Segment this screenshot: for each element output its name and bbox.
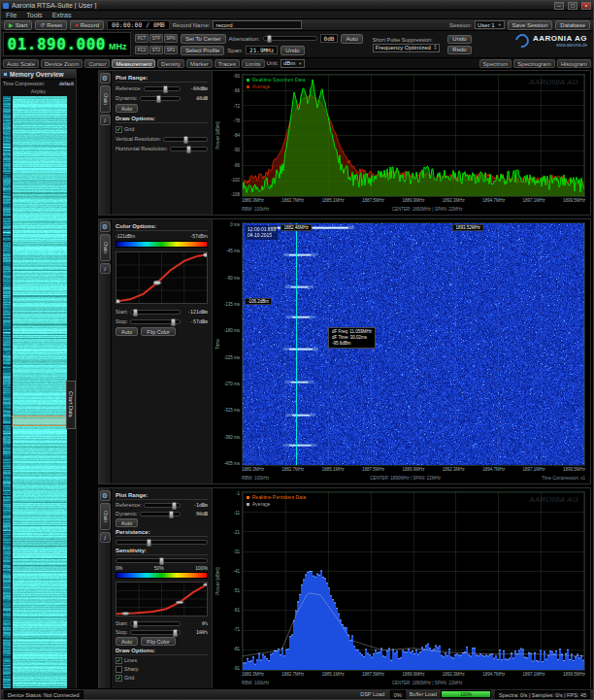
sharp-checkbox[interactable] — [116, 666, 122, 673]
slider-thumb[interactable] — [267, 35, 272, 43]
record-name-input[interactable] — [213, 20, 302, 29]
slider-thumb[interactable] — [163, 85, 168, 93]
attenuation-slider[interactable] — [263, 36, 317, 41]
quick-button-fct[interactable]: FCT — [135, 34, 148, 43]
reference-slider[interactable] — [144, 503, 181, 508]
database-button[interactable]: Database — [555, 20, 590, 30]
redo-button[interactable]: Redo — [447, 46, 471, 54]
tab-device-zoom[interactable]: Device Zoom — [41, 59, 82, 68]
note-icon[interactable]: ♪ — [100, 115, 111, 125]
marker1-label[interactable]: 1882.46MHz — [281, 224, 313, 231]
note-icon[interactable]: ♪ — [100, 263, 111, 274]
marker2-label[interactable]: 1893.52MHz — [453, 224, 484, 231]
slider-thumb[interactable] — [183, 136, 188, 144]
minimize-button[interactable]: – — [554, 2, 564, 10]
start-slider[interactable] — [130, 310, 181, 315]
memory-waterfall-strip[interactable] — [13, 96, 67, 688]
quick-button-spn[interactable]: SPN — [164, 34, 178, 43]
grid-checkbox[interactable]: ✓ — [116, 126, 122, 133]
quick-button-stf[interactable]: STF — [149, 34, 163, 43]
slider-thumb[interactable] — [172, 502, 177, 510]
auto-button[interactable]: Auto — [116, 637, 138, 646]
time-compression-value[interactable]: default — [59, 81, 74, 86]
spinner-icons[interactable]: ▲▼ — [434, 45, 437, 50]
persistence-slider[interactable] — [116, 540, 208, 545]
unit-select[interactable]: dBm▼ — [280, 59, 305, 68]
spin-down-icon[interactable]: ▼ — [434, 48, 437, 50]
slider-thumb[interactable] — [186, 146, 191, 153]
view-tab-histogram[interactable]: Histogram — [557, 59, 591, 68]
flip-color-button[interactable]: Flip Color — [141, 327, 176, 336]
flip-color-button[interactable]: Flip Color — [141, 637, 176, 646]
maximize-button[interactable]: □ — [568, 2, 578, 10]
view-tab-spectrum[interactable]: Spectrum — [479, 59, 512, 68]
undo-button[interactable]: Undo — [280, 46, 304, 55]
color-curve-editor[interactable] — [116, 251, 208, 304]
gear-icon[interactable]: ⚙ — [100, 490, 111, 501]
airplay-label[interactable]: Airplay — [31, 88, 46, 94]
slider-thumb[interactable] — [133, 309, 138, 317]
spectrum-plot[interactable]: Realtime Spectrum DataAverage AARONIA AG — [242, 74, 585, 197]
tab-auto-scale[interactable]: Auto Scale — [3, 59, 39, 68]
gear-icon[interactable]: ⚙ — [100, 73, 111, 83]
vertical-resolution-slider[interactable] — [163, 137, 208, 142]
start-slider[interactable] — [130, 621, 181, 626]
frequency-display[interactable]: 01.890.000 MHz — [3, 32, 131, 56]
color-gradient-bar[interactable] — [116, 241, 208, 248]
start-button[interactable]: ▶Start — [4, 20, 32, 30]
chain-button[interactable]: Chain — [100, 503, 111, 530]
dynamic-slider[interactable] — [140, 512, 181, 517]
horizontal-resolution-slider[interactable] — [170, 147, 208, 151]
menu-file[interactable]: File — [6, 12, 16, 18]
spectrogram-plot[interactable]: 12:00:01.693 04.10.2015 1882.46MHz 1893.… — [242, 222, 585, 466]
record-button[interactable]: ●Record — [70, 20, 104, 30]
set-to-center-button[interactable]: Set To Center — [181, 34, 226, 44]
tab-marker[interactable]: Marker — [186, 59, 213, 68]
spectrogram-canvas[interactable] — [243, 223, 584, 465]
view-tab-spectrogram[interactable]: Spectrogram — [513, 59, 554, 68]
slider-thumb[interactable] — [169, 511, 174, 518]
select-profile-button[interactable]: Select Profile — [181, 46, 224, 55]
histogram-canvas[interactable] — [243, 492, 584, 670]
sps-select[interactable]: Frequency Optimized ▲▼ — [373, 44, 441, 52]
slider-thumb[interactable] — [147, 539, 151, 547]
tab-traces[interactable]: Traces — [214, 59, 240, 68]
slider-thumb[interactable] — [156, 95, 161, 103]
reference-slider[interactable] — [144, 86, 181, 91]
save-session-button[interactable]: Save Session — [508, 20, 553, 30]
memory-waterfall-minimap[interactable] — [3, 96, 11, 688]
quick-button-sp2[interactable]: SP2 — [164, 46, 178, 54]
memory-waterfall[interactable]: Chart Data — [3, 96, 76, 688]
quick-button-fc2[interactable]: FC2 — [135, 46, 148, 54]
tab-density[interactable]: Density — [157, 59, 184, 68]
chain-button[interactable]: Chain — [100, 234, 111, 261]
lines-checkbox[interactable]: ✓ — [116, 657, 122, 664]
session-select[interactable]: User 1▼ — [475, 20, 505, 29]
undo-button-2[interactable]: Undo — [447, 35, 471, 44]
slider-thumb[interactable] — [171, 318, 176, 326]
color-gradient-bar[interactable] — [116, 572, 208, 579]
tab-cursor[interactable]: Cursor — [84, 59, 110, 68]
chain-button[interactable]: Chain — [100, 85, 111, 113]
close-button[interactable]: × — [581, 2, 591, 10]
sensitivity-slider[interactable] — [116, 558, 208, 563]
note-icon[interactable]: ♪ — [100, 532, 111, 543]
auto-button[interactable]: Auto — [116, 327, 138, 336]
histogram-plot[interactable]: Realtime Persistent DataAverage AARONIA … — [242, 491, 585, 671]
menu-tools[interactable]: Tools — [26, 12, 42, 18]
slider-thumb[interactable] — [133, 620, 138, 628]
chart-data-tab[interactable]: Chart Data — [66, 381, 76, 429]
menu-extras[interactable]: Extras — [52, 12, 72, 18]
waterfall-selection-band[interactable] — [12, 416, 68, 426]
auto-button[interactable]: Auto — [116, 518, 138, 527]
stop-slider[interactable] — [130, 630, 181, 635]
grid-checkbox[interactable]: ✓ — [116, 675, 122, 682]
spectrum-canvas[interactable] — [243, 75, 584, 196]
color-curve-editor[interactable] — [116, 582, 208, 617]
gear-icon[interactable]: ⚙ — [100, 221, 111, 232]
slider-thumb[interactable] — [159, 557, 164, 565]
stop-slider[interactable] — [130, 319, 181, 324]
tab-measurement[interactable]: Measurement — [112, 59, 155, 68]
attenuation-auto-button[interactable]: Auto — [341, 34, 362, 44]
auto-button[interactable]: Auto — [116, 104, 138, 113]
